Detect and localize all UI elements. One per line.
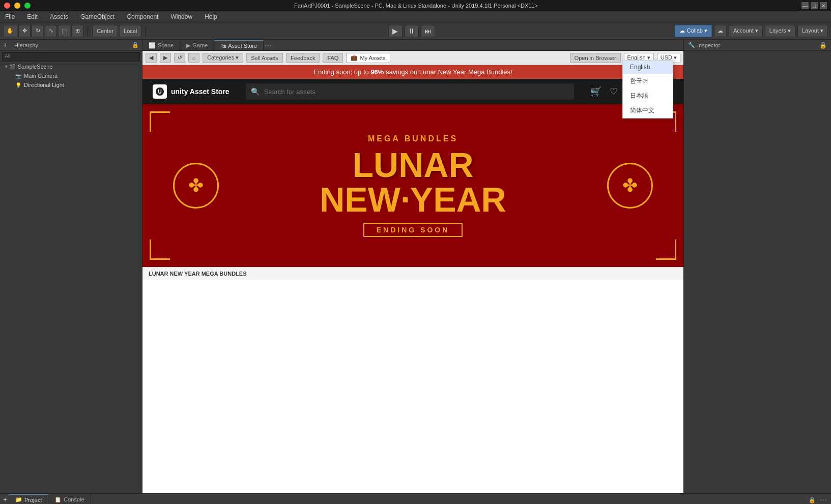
menu-help[interactable]: Help [202,12,220,21]
promo-suffix: savings on Lunar New Year Mega Bundles! [384,68,512,76]
assetstore-tab-icon: 🛍 [220,43,226,49]
faq-button[interactable]: FAQ [323,53,343,63]
lang-option-korean[interactable]: 한국어 [623,74,673,88]
collab-button[interactable]: ☁ Collab ▾ [675,25,712,37]
title-bar: FanArtPJ0001 - SampleScene - PC, Mac & L… [0,0,831,11]
hier-item-directionallight[interactable]: 💡 Directional Light [0,80,142,90]
step-button[interactable]: ⏭ [421,25,435,37]
close-button[interactable] [4,3,10,9]
rect-tool[interactable]: ⬚ [58,25,70,37]
hero-banner: ✤ MEGA BUNDLES LUNAR NEW·YEAR ENDING SOO… [142,104,683,267]
sell-label: Sell Assets [251,55,278,61]
local-label: Local [124,28,137,34]
menu-component[interactable]: Component [124,12,161,21]
hero-ending-text: ENDING SOON [363,223,463,237]
hand-tool[interactable]: ✋ [3,25,17,37]
window-controls-right: — □ ✕ [801,2,827,9]
hierarchy-search-input[interactable] [2,52,140,61]
lang-option-chinese[interactable]: 简体中文 [623,103,673,118]
hero-mega-text: MEGA BUNDLES [320,134,506,143]
layers-button[interactable]: Layers ▾ [765,25,795,37]
inspector-icon: 🔧 [688,42,695,48]
caption-bar: LUNAR NEW YEAR MEGA BUNDLES [142,267,683,280]
collapse-arrow: ▼ [4,64,9,69]
my-assets-button[interactable]: 💼 My Assets [346,53,390,63]
hier-item-maincamera[interactable]: 📷 Main Camera [0,71,142,80]
menu-assets[interactable]: Assets [47,12,71,21]
refresh-button[interactable]: ↺ [174,53,185,63]
tab-assetstore[interactable]: 🛍 Asset Store [214,40,264,50]
unity-logo-icon: U [153,84,167,99]
playback-controls: ▶ ⏸ ⏭ [150,25,672,37]
hero-content: MEGA BUNDLES LUNAR NEW·YEAR ENDING SOON [320,134,506,237]
open-browser-button[interactable]: Open in Browser [570,53,621,63]
home-button[interactable]: ⌂ [188,53,199,63]
layout-button[interactable]: Layout ▾ [797,25,828,37]
knot-symbol-right: ✤ [622,175,638,196]
corner-decoration-br [656,240,676,260]
scale-tool[interactable]: ⤡ [45,25,57,37]
tab-scene[interactable]: ⬜ Scene [142,40,180,50]
bottom-tabs: + 📁 Project 📋 Console 🔒 ⋯ [0,494,831,504]
categories-button[interactable]: Categories ▾ [203,53,243,63]
sell-assets-button[interactable]: Sell Assets [246,53,283,63]
back-button[interactable]: ◀ [146,53,157,63]
account-button[interactable]: Account ▾ [729,25,763,37]
menu-gameobject[interactable]: GameObject [77,12,118,21]
categories-label: Categories ▾ [207,54,239,61]
camera-icon: 📷 [15,73,22,79]
expand-button[interactable]: □ [811,2,818,9]
separator-2 [146,26,146,36]
directionallight-label: Directional Light [24,82,64,88]
menu-edit[interactable]: Edit [24,12,41,21]
minimize-button[interactable] [14,3,20,9]
lang-option-japanese[interactable]: 日本語 [623,88,673,103]
lang-option-english[interactable]: English [623,61,673,74]
menu-file[interactable]: File [2,12,18,21]
feedback-label: Feedback [291,55,315,61]
caption-text: LUNAR NEW YEAR MEGA BUNDLES [149,271,247,277]
rotate-tool[interactable]: ↻ [32,25,44,37]
collab-icon: ☁ [679,27,685,34]
promo-text: Ending soon: up to [313,68,370,76]
hier-item-samplescene[interactable]: ▼ 🎬 SampleScene [0,62,142,71]
asset-store-web-content: Ending soon: up to 96% savings on Lunar … [142,65,683,493]
tab-game[interactable]: ▶ Game [180,40,214,50]
svg-text:U: U [158,89,161,95]
menu-window[interactable]: Window [167,12,195,21]
knot-symbol-left: ✤ [188,175,204,196]
tabs-more-button[interactable]: ⋯ [264,41,273,50]
hierarchy-add-button[interactable]: + [3,41,12,50]
tab-assetstore-label: Asset Store [228,43,257,49]
promo-banner: Ending soon: up to 96% savings on Lunar … [142,65,683,79]
layers-label: Layers ▾ [769,27,791,34]
move-tool[interactable]: ✥ [18,25,31,37]
openbrowser-label: Open in Browser [575,55,616,61]
cloud-button[interactable]: ☁ [714,25,727,37]
x-button[interactable]: ✕ [820,2,827,9]
tab-console[interactable]: 📋 Console [48,494,91,504]
window-title: FanArtPJ0001 - SampleScene - PC, Mac & L… [31,3,801,9]
local-toggle[interactable]: Local [119,25,141,37]
feedback-button[interactable]: Feedback [286,53,320,63]
heart-icon[interactable]: ♡ [610,86,618,97]
maximize-button[interactable] [24,3,31,9]
forward-button[interactable]: ▶ [160,53,171,63]
light-icon: 💡 [15,82,22,88]
samplescene-label: SampleScene [18,64,53,70]
bottom-more-button[interactable]: ⋯ [819,495,828,504]
toolbar: ✋ ✥ ↻ ⤡ ⬚ ⊞ Center Local ▶ ⏸ ⏭ ☁ Collab … [0,22,831,40]
play-button[interactable]: ▶ [388,25,403,37]
restore-button[interactable]: — [801,2,809,9]
pause-button[interactable]: ⏸ [405,25,419,37]
wishlist-icon[interactable]: 🛒 [590,86,601,97]
combined-tool[interactable]: ⊞ [71,25,83,37]
inspector-panel: 🔧 Inspector 🔒 [683,40,831,493]
bottom-add-button[interactable]: + [0,495,9,504]
center-toggle[interactable]: Center [92,25,118,37]
hero-circle-right: ✤ [607,163,653,209]
tab-project[interactable]: 📁 Project [9,494,48,504]
tool-group-pivot: Center Local [92,25,141,37]
store-search-input[interactable] [246,83,574,100]
tabs-row: ⬜ Scene ▶ Game 🛍 Asset Store ⋯ [142,40,683,51]
